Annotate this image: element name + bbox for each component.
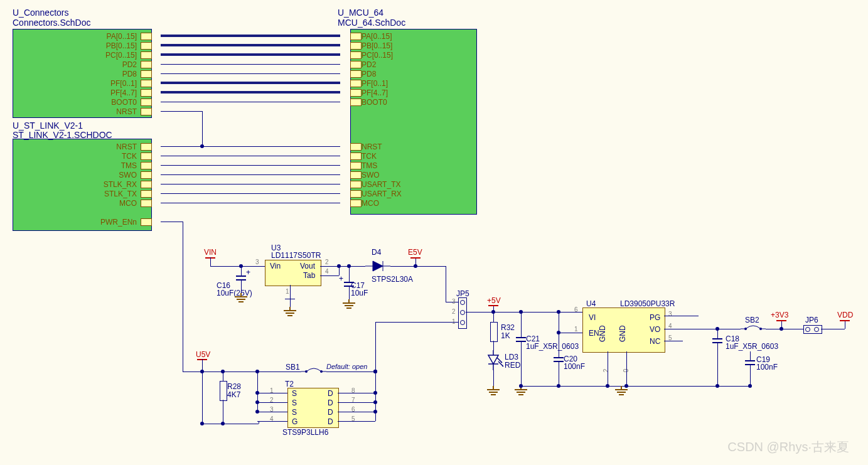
gnd-icon (614, 386, 629, 397)
c18-val: 1uF_X5R_0603 (726, 342, 778, 351)
mcu-nrst: NRST (362, 142, 382, 151)
ld3-ref: LD3 (505, 353, 518, 361)
pin-pb: PB[0..15] (94, 41, 137, 50)
pin-pf4: PF[4..7] (94, 88, 137, 97)
stl-pwren: PWR_ENn (94, 218, 137, 227)
sb2 (741, 324, 766, 334)
pin-pd2: PD2 (94, 60, 137, 69)
u3-vin: Vin (270, 262, 281, 270)
stl-tms: TMS (94, 161, 137, 170)
mcu-doc: MCU_64.SchDoc (338, 18, 405, 28)
svg-point-1 (759, 328, 762, 330)
u3-p3: 3 (255, 259, 259, 265)
connectors-title: U_Connectors (13, 8, 69, 18)
gnd-icon (233, 293, 249, 304)
u3-p1: 1 (286, 288, 289, 295)
pwr-e5v: E5V (408, 248, 422, 257)
pwr-3v3: +3V3 (771, 311, 788, 319)
r32-ref: R32 (501, 323, 515, 332)
pin-pc: PC[0..15] (94, 51, 137, 60)
pwr-vdd: VDD (837, 311, 853, 319)
mcu-utx: USART_TX (362, 180, 400, 189)
c19-val: 100nF (756, 363, 778, 371)
diode-d4 (365, 260, 390, 272)
stlink-title: U_ST_LINK_V2-1 (13, 120, 83, 131)
u3-p2: 2 (325, 259, 329, 265)
stlink-doc: ST_LINK_V2-1.SCHDOC (13, 130, 112, 140)
c20-val: 100nF (564, 362, 585, 371)
stl-mco: MCO (94, 199, 137, 208)
d4-ref: D4 (372, 248, 381, 257)
t2-s1: S (292, 389, 297, 398)
r28-ref: R28 (227, 382, 241, 391)
gnd-icon (486, 386, 501, 397)
jp6-lbl: JP6 (805, 316, 818, 324)
sb2-lbl: SB2 (745, 316, 759, 324)
r32-val: 1K (501, 331, 510, 340)
svg-point-3 (320, 370, 323, 373)
svg-point-2 (305, 370, 308, 373)
pwr-5v: +5V (487, 296, 501, 305)
u4-vi: VI (589, 313, 596, 322)
t2-d3: D (328, 408, 333, 417)
plus-c16: + (246, 268, 250, 277)
sb1 (301, 366, 326, 377)
stl-tck: TCK (94, 152, 137, 161)
jp5-lbl: JP5 (456, 289, 469, 298)
u4-vo: VO (650, 325, 660, 334)
pin-boot0: BOOT0 (94, 98, 137, 107)
led-ld3 (487, 350, 506, 372)
u3-p4: 4 (325, 268, 329, 275)
stl-nrst: NRST (94, 142, 137, 151)
u3-tab: Tab (303, 271, 315, 280)
t2-d2: D (328, 398, 333, 407)
gnd-icon (282, 307, 297, 318)
u3-vout: Vout (300, 262, 315, 270)
mcu-pf4: PF[4..7] (362, 88, 388, 97)
t2-val: STS9P3LLH6 (282, 428, 328, 437)
mcu-swo: SWO (362, 171, 380, 179)
mcu-pb: PB[0..15] (362, 41, 392, 50)
sb1-lbl: SB1 (286, 363, 300, 371)
pwr-u5v: U5V (196, 350, 210, 359)
watermark: CSDN @Rhys·古来夏 (727, 439, 849, 456)
svg-point-0 (744, 328, 747, 330)
mcu-mco: MCO (362, 199, 379, 208)
u4-val: LD39050PU33R (620, 299, 675, 308)
mcu-pd8: PD8 (362, 70, 376, 78)
stl-rx: STLK_RX (94, 180, 137, 189)
t2-s2: S (292, 398, 297, 407)
c17-val: 10uF (351, 289, 368, 297)
mcu-tms: TMS (362, 161, 377, 170)
mcu-urx: USART_RX (362, 190, 402, 198)
pin-nrst: NRST (94, 107, 137, 116)
u4-g2: GND (618, 325, 627, 342)
pwr-vin: VIN (204, 248, 217, 257)
mcu-pc: PC[0..15] (362, 51, 393, 60)
pin-pd8: PD8 (94, 70, 137, 78)
mcu-boot0: BOOT0 (362, 98, 387, 107)
u4-ref: U4 (586, 299, 596, 308)
ld3-val: RED (505, 361, 520, 370)
t2-d1: D (328, 389, 333, 398)
t2-d4: D (328, 417, 333, 426)
plus-c17: + (339, 274, 343, 283)
mcu-title: U_MCU_64 (338, 8, 383, 18)
gnd-icon (341, 299, 356, 311)
r28-val: 4K7 (227, 390, 240, 399)
pin-pa: PA[0..15] (94, 32, 137, 41)
c21-val: 1uF_X5R_0603 (526, 342, 579, 351)
mcu-pa: PA[0..15] (362, 32, 392, 41)
t2-s3: S (292, 408, 297, 417)
t2-ref: T2 (285, 380, 294, 388)
u3-val: LD1117S50TR (271, 251, 321, 260)
mcu-pf0: PF[0..1] (362, 79, 388, 88)
mcu-tck: TCK (362, 152, 377, 161)
connectors-doc: Connectors.SchDoc (13, 18, 91, 28)
mcu-pd2: PD2 (362, 60, 376, 69)
stl-tx: STLK_TX (94, 190, 137, 198)
stl-swo: SWO (94, 171, 137, 179)
u4-nc: NC (650, 337, 660, 346)
u4-pg: PG (650, 313, 660, 322)
t2-g: G (292, 417, 297, 426)
